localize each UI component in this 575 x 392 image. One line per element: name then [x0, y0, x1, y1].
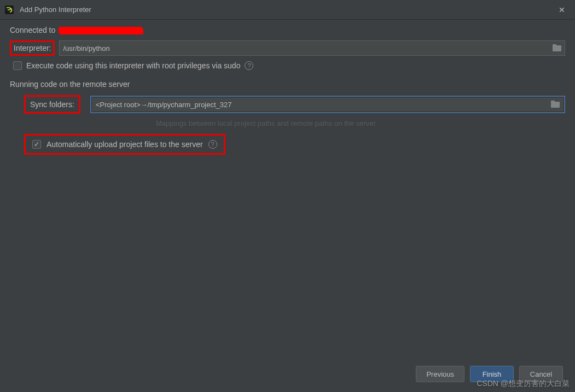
window-title: Add Python Interpreter	[20, 5, 91, 14]
button-bar: Previous Finish Cancel	[416, 366, 563, 382]
cancel-button[interactable]: Cancel	[519, 366, 563, 382]
interpreter-path-field[interactable]	[59, 40, 565, 56]
execute-root-checkbox[interactable]	[13, 61, 22, 70]
connected-row: Connected to	[10, 25, 565, 35]
connected-label: Connected to	[10, 26, 55, 34]
sync-folders-field[interactable]	[90, 96, 565, 113]
sync-folders-label: Sync folders:	[24, 95, 80, 114]
redacted-host	[59, 25, 143, 35]
sync-folders-input[interactable]	[96, 101, 551, 109]
pycharm-icon	[4, 5, 14, 15]
interpreter-row: Interpreter:	[10, 40, 565, 56]
execute-root-row: Execute code using this interpreter with…	[13, 61, 565, 70]
finish-button[interactable]: Finish	[470, 366, 514, 382]
interpreter-path-input[interactable]	[63, 44, 553, 52]
browse-folder-icon[interactable]	[551, 101, 560, 108]
interpreter-label: Interpreter:	[10, 40, 55, 56]
help-icon[interactable]: ?	[208, 140, 217, 149]
close-icon[interactable]: ✕	[553, 3, 571, 16]
dialog-content: Connected to Interpreter: Execute code u…	[0, 20, 575, 160]
previous-button[interactable]: Previous	[416, 366, 464, 382]
auto-upload-checkbox[interactable]	[32, 140, 41, 149]
sync-folders-row: Sync folders:	[24, 95, 565, 114]
auto-upload-label: Automatically upload project files to th…	[47, 140, 203, 149]
execute-root-label: Execute code using this interpreter with…	[26, 61, 240, 70]
help-icon[interactable]: ?	[245, 61, 253, 70]
browse-folder-icon[interactable]	[553, 44, 561, 52]
auto-upload-row: Automatically upload project files to th…	[24, 134, 225, 155]
mappings-hint: Mappings between local project paths and…	[156, 119, 565, 127]
remote-section-title: Running code on the remote server	[10, 80, 565, 89]
title-bar: Add Python Interpreter ✕	[0, 0, 575, 20]
